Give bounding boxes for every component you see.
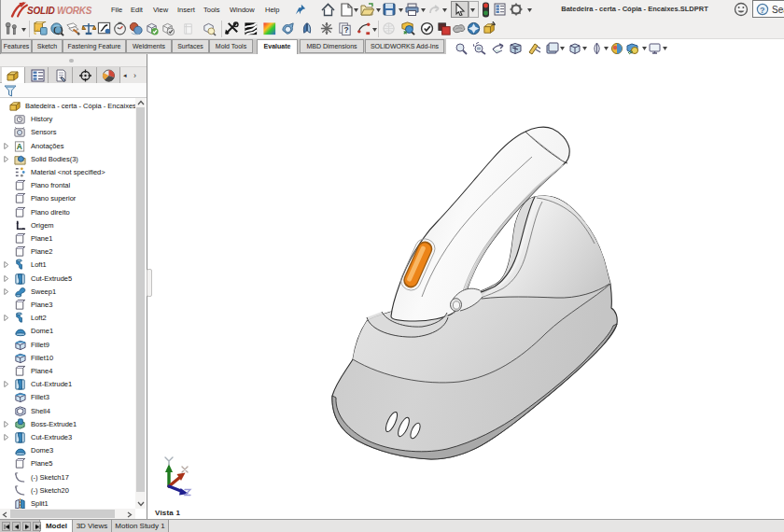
svg-text:A: A (17, 142, 22, 151)
svg-text:?: ? (760, 6, 765, 15)
svg-text:WORKS: WORKS (57, 6, 92, 16)
svg-text:?: ? (344, 25, 349, 35)
svg-text:SOLID: SOLID (27, 6, 55, 16)
